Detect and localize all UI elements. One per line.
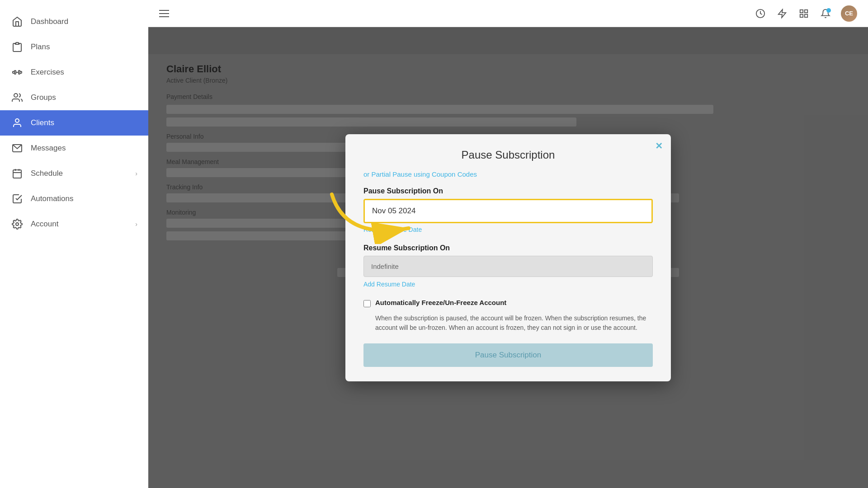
envelope-icon: [11, 142, 24, 155]
sidebar-item-clients-label: Clients: [31, 118, 54, 127]
svg-rect-18: [800, 14, 803, 17]
remove-pause-date-link[interactable]: Remove Pause Date: [363, 226, 653, 233]
sidebar-item-automations[interactable]: Automations: [0, 186, 148, 211]
sidebar-item-exercises[interactable]: Exercises: [0, 60, 148, 85]
sidebar-item-clients[interactable]: Clients: [0, 110, 148, 136]
sidebar-item-groups-label: Groups: [31, 93, 56, 102]
svg-point-7: [15, 119, 19, 122]
freeze-description: When the subscription is paused, the acc…: [363, 314, 653, 333]
avatar-initials: CE: [845, 10, 853, 17]
person-icon: [11, 117, 24, 129]
pause-date-input[interactable]: [363, 199, 653, 223]
sidebar-item-plans[interactable]: Plans: [0, 34, 148, 60]
sidebar-item-plans-label: Plans: [31, 42, 50, 52]
sidebar: Dashboard Plans Exercises: [0, 0, 148, 488]
notification-badge: [826, 8, 831, 13]
topbar-right: CE: [754, 5, 857, 22]
freeze-checkbox-row: Automatically Freeze/Un-Freeze Account: [363, 299, 653, 307]
main-content: CE Claire Elliot Active Client (Bronze) …: [148, 0, 868, 488]
sidebar-item-messages[interactable]: Messages: [0, 136, 148, 161]
modal-close-button[interactable]: ✕: [655, 141, 663, 151]
topbar-left: [159, 10, 169, 17]
gear-icon: [11, 218, 24, 230]
resume-date-display: Indefinite: [363, 256, 653, 277]
sidebar-item-groups[interactable]: Groups: [0, 85, 148, 110]
sidebar-item-exercises-label: Exercises: [31, 68, 64, 77]
svg-rect-17: [805, 9, 807, 12]
svg-rect-9: [13, 170, 21, 178]
sidebar-item-messages-label: Messages: [31, 144, 66, 153]
sidebar-item-account-label: Account: [31, 220, 58, 229]
home-icon: [11, 15, 24, 28]
svg-rect-3: [14, 70, 16, 74]
schedule-arrow-icon: ›: [135, 170, 137, 177]
freeze-checkbox[interactable]: [363, 300, 371, 307]
svg-point-13: [16, 223, 19, 225]
modal-overlay: ✕ Pause Subscription or Partial Pause us…: [148, 27, 868, 488]
pause-section-label: Pause Subscription On: [363, 187, 653, 195]
bell-icon[interactable]: [819, 7, 832, 20]
clipboard-icon: [11, 41, 24, 53]
svg-rect-19: [805, 14, 807, 17]
content-behind: Claire Elliot Active Client (Bronze) Pay…: [148, 27, 868, 488]
sidebar-item-account[interactable]: Account ›: [0, 211, 148, 237]
sidebar-item-automations-label: Automations: [31, 194, 74, 203]
partial-pause-link[interactable]: or Partial Pause using Coupon Codes: [363, 170, 653, 178]
grid-icon[interactable]: [797, 7, 810, 20]
pause-subscription-button[interactable]: Pause Subscription: [475, 351, 541, 360]
calendar-icon: [11, 167, 24, 180]
svg-rect-4: [19, 70, 20, 74]
topbar: CE: [148, 0, 868, 27]
sidebar-item-schedule-label: Schedule: [31, 169, 63, 178]
svg-point-6: [14, 94, 18, 97]
pause-subscription-modal: ✕ Pause Subscription or Partial Pause us…: [345, 134, 671, 381]
history-icon[interactable]: [754, 7, 767, 20]
svg-marker-15: [778, 9, 786, 17]
modal-title: Pause Subscription: [363, 149, 653, 161]
pause-subscription-footer[interactable]: Pause Subscription: [363, 343, 653, 367]
menu-button[interactable]: [159, 10, 169, 17]
sidebar-item-schedule[interactable]: Schedule ›: [0, 161, 148, 186]
avatar[interactable]: CE: [841, 5, 857, 22]
sidebar-item-dashboard-label: Dashboard: [31, 17, 68, 26]
bolt-icon[interactable]: [776, 7, 788, 20]
svg-rect-16: [800, 9, 803, 12]
sidebar-item-dashboard[interactable]: Dashboard: [0, 9, 148, 34]
account-arrow-icon: ›: [135, 221, 137, 228]
freeze-checkbox-label[interactable]: Automatically Freeze/Un-Freeze Account: [375, 299, 506, 306]
add-resume-date-link[interactable]: Add Resume Date: [363, 281, 653, 288]
check-square-icon: [11, 192, 24, 205]
dumbbell-icon: [11, 66, 24, 79]
users-icon: [11, 91, 24, 104]
resume-section-label: Resume Subscription On: [363, 244, 653, 252]
